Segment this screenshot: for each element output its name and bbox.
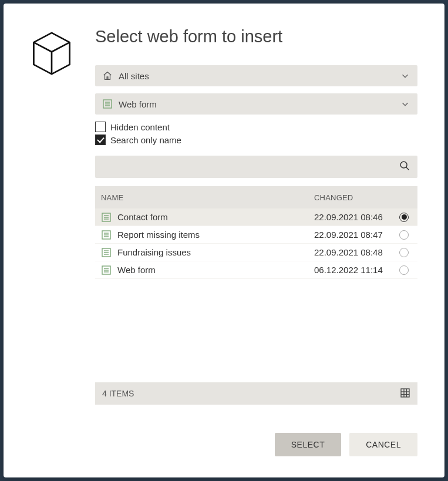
type-dropdown[interactable]: Web form: [95, 93, 417, 115]
table-row[interactable]: Contact form22.09.2021 08:46: [95, 208, 417, 226]
form-icon: [101, 265, 112, 275]
search-only-name-checkbox[interactable]: Search only name: [95, 134, 417, 145]
form-icon: [101, 247, 112, 258]
row-changed: 22.09.2021 08:48: [314, 247, 396, 257]
cancel-button[interactable]: CANCEL: [349, 433, 417, 456]
svg-point-4: [400, 162, 407, 168]
status-bar: 4 ITEMS: [95, 382, 417, 405]
column-header-name[interactable]: NAME: [101, 193, 314, 202]
search-icon[interactable]: [399, 160, 410, 174]
form-icon: [101, 212, 112, 223]
row-radio[interactable]: [396, 265, 412, 275]
site-dropdown[interactable]: All sites: [95, 65, 417, 86]
site-dropdown-label: All sites: [119, 71, 400, 81]
row-changed: 22.09.2021 08:46: [314, 212, 396, 222]
type-dropdown-label: Web form: [119, 99, 400, 109]
form-icon: [101, 230, 112, 240]
checkbox-icon: [95, 134, 106, 145]
svg-rect-22: [401, 389, 409, 397]
dialog: Select web form to insert All sites: [4, 4, 444, 477]
grid-view-icon[interactable]: [400, 388, 410, 400]
row-name: Fundraising issues: [117, 247, 314, 257]
item-count: 4 ITEMS: [102, 389, 134, 398]
row-changed: 06.12.2022 11:14: [314, 265, 396, 275]
content-column: Select web form to insert All sites: [95, 27, 417, 456]
row-radio[interactable]: [396, 230, 412, 240]
table-row[interactable]: Fundraising issues22.09.2021 08:48: [95, 244, 417, 261]
row-radio[interactable]: [396, 213, 412, 222]
table-row[interactable]: Web form06.12.2022 11:14: [95, 261, 417, 279]
select-button[interactable]: SELECT: [275, 433, 341, 456]
table-body: Contact form22.09.2021 08:46Report missi…: [95, 208, 417, 376]
search-input[interactable]: [102, 162, 399, 172]
row-name: Contact form: [117, 212, 314, 222]
search-only-name-label: Search only name: [110, 135, 181, 145]
hidden-content-label: Hidden content: [110, 122, 170, 132]
svg-line-5: [406, 167, 409, 170]
home-icon: [102, 70, 113, 81]
row-name: Report missing items: [117, 230, 314, 240]
search-bar: [95, 156, 417, 178]
dialog-title: Select web form to insert: [95, 27, 417, 46]
table-row[interactable]: Report missing items22.09.2021 08:47: [95, 226, 417, 244]
chevron-down-icon: [400, 70, 410, 81]
row-name: Web form: [117, 265, 314, 275]
icon-column: [31, 27, 95, 456]
row-radio[interactable]: [396, 248, 412, 257]
row-changed: 22.09.2021 08:47: [314, 230, 396, 240]
button-row: SELECT CANCEL: [95, 433, 417, 456]
checkbox-icon: [95, 122, 106, 132]
cube-icon: [31, 31, 95, 79]
column-header-changed[interactable]: CHANGED: [314, 193, 396, 202]
form-icon: [102, 99, 113, 109]
table-header: NAME CHANGED: [95, 186, 417, 208]
hidden-content-checkbox[interactable]: Hidden content: [95, 122, 417, 132]
chevron-down-icon: [400, 99, 410, 109]
